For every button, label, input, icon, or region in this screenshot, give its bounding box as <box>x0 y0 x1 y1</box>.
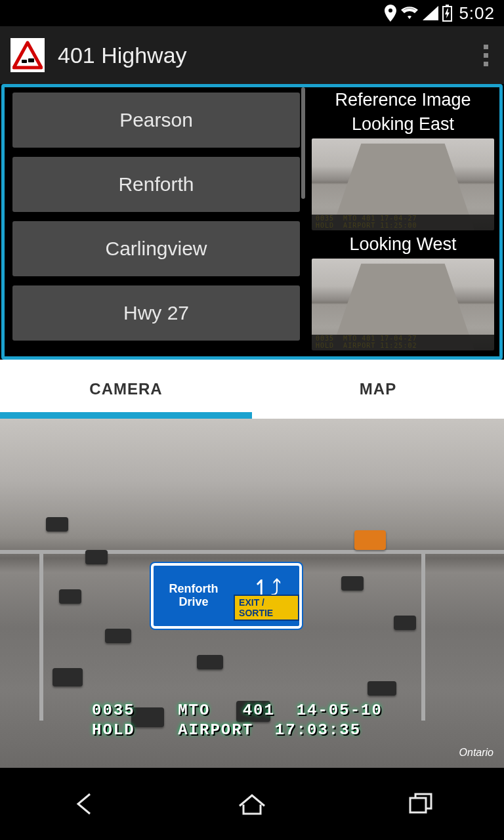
overflow-menu-button[interactable] <box>478 39 494 72</box>
selector-panel: Pearson Renforth Carlingview Hwy 27 Refe… <box>1 84 503 360</box>
camera-overlay-text: 0035 MTO 401 14-05-10 HOLD AIRPORT 17:03… <box>92 701 383 740</box>
page-title: 401 Highway <box>58 43 465 68</box>
signal-icon <box>423 6 438 20</box>
back-button[interactable] <box>41 782 127 826</box>
location-item[interactable]: Hwy 27 <box>12 285 300 341</box>
reference-header: Reference Image <box>312 90 494 110</box>
scrollbar-thumb[interactable] <box>301 87 305 199</box>
status-bar: 5:02 <box>0 0 504 26</box>
thumbnail-west-stamp: 0035 MTO 401 17-04-27 HOLD AIRPORT 11:25… <box>316 335 417 349</box>
svg-rect-3 <box>22 60 27 63</box>
camera-feed[interactable]: Renforth Drive ↿⤴ EXIT / SORTIE 0035 MTO… <box>0 419 504 768</box>
tab-bar: CAMERA MAP <box>0 360 504 419</box>
app-icon <box>10 38 45 72</box>
tab-map[interactable]: MAP <box>252 360 504 419</box>
location-list[interactable]: Pearson Renforth Carlingview Hwy 27 <box>5 87 306 356</box>
thumbnail-west[interactable]: 0035 MTO 401 17-04-27 HOLD AIRPORT 11:25… <box>312 259 494 350</box>
tab-camera[interactable]: CAMERA <box>0 360 252 419</box>
location-item[interactable]: Carlingview <box>12 221 300 276</box>
location-icon <box>385 5 396 22</box>
home-button[interactable] <box>209 782 295 826</box>
reference-east-label: Looking East <box>312 114 494 135</box>
thumbnail-east-stamp: 0035 MTO 401 17-04-27 HOLD AIRPORT 11:25… <box>316 215 417 229</box>
watermark: Ontario <box>459 747 494 759</box>
location-item[interactable]: Renforth <box>12 157 300 212</box>
highway-sign: Renforth Drive ↿⤴ EXIT / SORTIE <box>151 563 302 629</box>
system-nav-bar <box>0 768 504 840</box>
recents-button[interactable] <box>377 782 463 826</box>
sign-exit-badge: EXIT / SORTIE <box>234 595 299 621</box>
svg-rect-1 <box>446 5 449 7</box>
app-bar: 401 Highway <box>0 26 504 84</box>
reference-column: Reference Image Looking East 0035 MTO 40… <box>306 87 499 356</box>
location-item[interactable]: Pearson <box>12 93 300 148</box>
sign-text-1: Renforth <box>169 583 219 596</box>
svg-rect-5 <box>410 798 426 812</box>
reference-west-label: Looking West <box>312 234 494 255</box>
clock-text: 5:02 <box>459 3 495 24</box>
svg-marker-2 <box>14 43 41 68</box>
wifi-icon <box>400 6 419 20</box>
battery-charging-icon <box>442 5 452 22</box>
svg-rect-4 <box>28 58 34 62</box>
sign-arrows-icon: ↿⤴ <box>252 581 282 595</box>
sign-text-2: Drive <box>179 596 209 609</box>
thumbnail-east[interactable]: 0035 MTO 401 17-04-27 HOLD AIRPORT 11:25… <box>312 138 494 230</box>
